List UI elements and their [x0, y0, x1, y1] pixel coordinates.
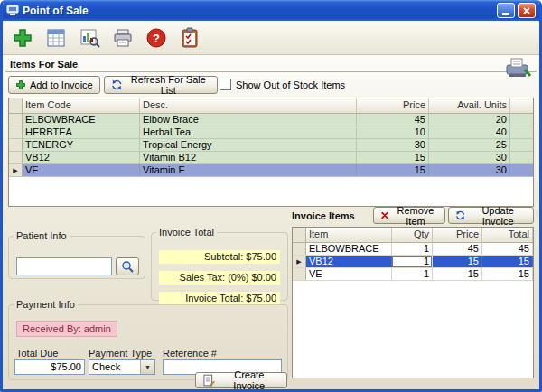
table-row[interactable]: TENERGYTropical Energy3025 [9, 139, 533, 152]
update-invoice-button[interactable]: Update Invoice [448, 207, 534, 224]
add-toolbar-button[interactable] [10, 25, 35, 51]
table-cell[interactable]: 40 [429, 126, 510, 138]
show-out-of-stock-checkbox[interactable]: Show Out of Stock Items [220, 79, 345, 90]
total-due-label: Total Due [16, 348, 58, 359]
patient-info-group: Patient Info [8, 230, 145, 279]
table-cell[interactable]: 25 [429, 139, 510, 151]
table-row[interactable]: ELBOWBRACE14545 [293, 243, 533, 256]
table-cell[interactable]: ELBOWBRACE [306, 243, 392, 255]
table-cell[interactable]: VE [306, 268, 392, 280]
table-cell[interactable]: 30 [357, 139, 429, 151]
close-button[interactable] [518, 3, 536, 18]
table-cell[interactable]: 1 [392, 256, 433, 267]
invoice-total-title: Invoice Total [156, 227, 217, 238]
column-header[interactable]: Price [433, 228, 482, 242]
column-header[interactable]: Item Code [23, 98, 140, 113]
received-by-badge: Received By: admin [16, 321, 117, 337]
help-toolbar-button[interactable]: ? [144, 25, 169, 51]
row-marker [293, 243, 306, 255]
column-header[interactable]: Avail. Units [429, 98, 510, 113]
row-marker [9, 152, 23, 163]
table-cell[interactable]: 15 [433, 256, 482, 267]
table-cell[interactable]: Vitamin B12 [140, 152, 357, 163]
search-icon [121, 260, 134, 273]
table-cell[interactable]: 30 [429, 164, 510, 176]
table-cell[interactable]: VE [23, 164, 140, 176]
add-to-invoice-label: Add to Invoice [30, 79, 93, 90]
create-invoice-button[interactable]: Create Invoice [195, 372, 287, 388]
column-header[interactable]: Price [357, 98, 429, 113]
refresh-for-sale-button[interactable]: Refresh For Sale List [104, 76, 218, 94]
checklist-toolbar-button[interactable] [177, 25, 202, 51]
minimize-button[interactable] [497, 3, 515, 18]
table-cell[interactable]: 1 [392, 243, 433, 255]
table-cell[interactable]: 45 [433, 243, 482, 255]
remove-item-button[interactable]: Remove Item [373, 207, 445, 224]
checklist-icon [179, 27, 201, 49]
table-cell[interactable]: Elbow Brace [140, 114, 357, 126]
items-for-sale-grid: Item CodeDesc.PriceAvail. Units ELBOWBRA… [8, 98, 534, 207]
refresh-for-sale-label: Refresh For Sale List [126, 74, 210, 96]
checkbox-icon[interactable] [220, 79, 231, 90]
show-out-of-stock-label: Show Out of Stock Items [236, 79, 345, 90]
table-cell[interactable]: 20 [429, 114, 510, 126]
invoice-grid-body: ELBOWBRACE14545▶VB1211515VE11515 [293, 243, 533, 281]
chevron-down-icon[interactable]: ▼ [140, 360, 154, 374]
payment-type-select[interactable]: Check ▼ [89, 359, 155, 375]
table-cell[interactable]: Tropical Energy [140, 139, 357, 151]
payment-info-title: Payment Info [14, 299, 78, 310]
table-cell[interactable]: 15 [357, 164, 429, 176]
reports-icon [79, 27, 100, 49]
table-cell[interactable]: Herbal Tea [140, 126, 357, 138]
table-row[interactable]: HERBTEAHerbal Tea1040 [9, 126, 533, 139]
column-header[interactable]: Qty [392, 228, 433, 242]
table-cell[interactable]: 45 [482, 243, 533, 255]
invoice-toolbar-button[interactable] [43, 25, 69, 51]
table-cell[interactable]: Vitamin E [140, 164, 357, 176]
row-marker [9, 126, 23, 138]
add-to-invoice-button[interactable]: Add to Invoice [8, 76, 100, 94]
main-panel: Items For Sale Add to Invoice Refresh Fo… [3, 55, 539, 389]
patient-search-button[interactable] [116, 257, 139, 275]
remove-icon [380, 210, 389, 221]
table-cell[interactable]: 15 [433, 268, 482, 280]
table-cell[interactable]: VB12 [23, 152, 140, 163]
column-header[interactable]: Total [482, 228, 533, 242]
remove-item-label: Remove Item [393, 205, 438, 227]
add-icon [12, 27, 33, 49]
table-cell[interactable]: 15 [482, 268, 533, 280]
printer-icon [112, 27, 134, 49]
table-row[interactable]: VE11515 [293, 268, 533, 281]
table-cell[interactable]: 1 [392, 268, 433, 280]
app-icon [6, 4, 19, 18]
table-cell[interactable]: 15 [357, 152, 429, 163]
row-marker-header [9, 98, 23, 113]
create-invoice-icon [202, 374, 215, 387]
print-toolbar-button[interactable] [110, 25, 136, 51]
table-cell[interactable]: 30 [429, 152, 510, 163]
table-cell[interactable]: HERBTEA [23, 126, 140, 138]
patient-search-input[interactable] [16, 257, 112, 275]
table-row[interactable]: VB12Vitamin B121530 [9, 152, 533, 164]
table-cell[interactable]: 15 [482, 256, 533, 267]
table-cell[interactable]: ELBOWBRACE [23, 114, 140, 126]
row-marker [9, 139, 23, 151]
items-grid-body: ELBOWBRACEElbow Brace4520HERBTEAHerbal T… [9, 114, 533, 177]
table-row[interactable]: ▶VEVitamin E1530 [9, 164, 533, 177]
row-marker [9, 114, 23, 126]
table-cell[interactable]: 10 [357, 126, 429, 138]
column-header[interactable]: Desc. [140, 98, 357, 113]
table-cell[interactable]: 45 [357, 114, 429, 126]
titlebar[interactable]: Point of Sale [3, 0, 539, 21]
create-invoice-label: Create Invoice [219, 369, 280, 391]
table-cell[interactable]: TENERGY [23, 139, 140, 151]
table-row[interactable]: ▶VB1211515 [293, 256, 533, 268]
table-row[interactable]: ELBOWBRACEElbow Brace4520 [9, 114, 533, 126]
table-cell[interactable]: VB12 [306, 256, 392, 267]
column-header[interactable]: Item [306, 228, 392, 242]
svg-text:?: ? [153, 32, 160, 45]
update-invoice-label: Update Invoice [469, 205, 527, 227]
close-icon [522, 6, 531, 15]
payment-type-label: Payment Type [89, 348, 152, 359]
reports-toolbar-button[interactable] [77, 25, 102, 51]
